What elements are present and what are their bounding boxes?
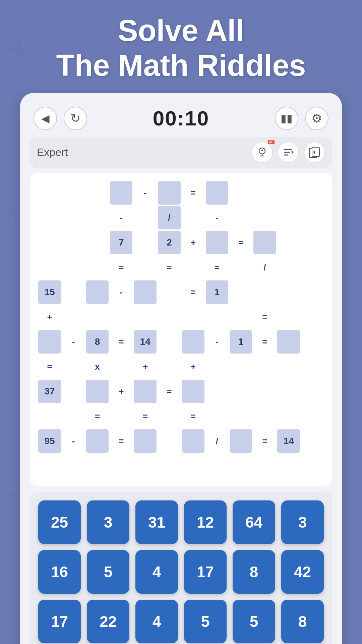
- number-pad-button[interactable]: 3: [87, 500, 129, 544]
- grid-cell: [182, 206, 204, 229]
- grid-cell[interactable]: [206, 181, 228, 205]
- grid-cell: [158, 305, 180, 329]
- number-pad-button[interactable]: 5: [233, 600, 275, 643]
- toolbar-actions: AD AD 4: [251, 142, 325, 163]
- grid-cell: =: [253, 429, 276, 453]
- number-pad-button[interactable]: 5: [184, 600, 227, 643]
- grid-cell[interactable]: [277, 330, 300, 354]
- number-pad-button[interactable]: 22: [87, 600, 129, 643]
- grid-cell: =: [158, 256, 180, 279]
- grid-cell: -: [62, 330, 85, 354]
- grid-cell: [253, 181, 276, 205]
- header-right: ▮▮ ⚙: [275, 107, 328, 130]
- number-pad-button[interactable]: 31: [135, 500, 178, 544]
- grid-cell: =: [110, 256, 132, 279]
- grid-cell: 95: [38, 429, 61, 453]
- grid-cell: [158, 330, 180, 354]
- grid-cell: [301, 429, 324, 453]
- grid-cell: [301, 355, 324, 378]
- number-pad-button[interactable]: 16: [38, 550, 81, 594]
- number-pad-button[interactable]: 12: [184, 500, 227, 544]
- grid-cell: [230, 405, 252, 428]
- grid-cell[interactable]: [253, 231, 276, 254]
- grid-cell: [230, 206, 252, 229]
- grid-cell: x: [86, 355, 109, 378]
- grid-cell[interactable]: [86, 380, 109, 403]
- number-pad-button[interactable]: 64: [233, 500, 275, 544]
- grid-cell: [230, 380, 252, 403]
- grid-cell: [230, 181, 252, 205]
- grid-cell[interactable]: [230, 429, 252, 453]
- grid-cell[interactable]: [206, 231, 228, 254]
- grid-cell: [253, 206, 276, 229]
- grid-cell: 8: [86, 330, 109, 354]
- grid-cell: =: [158, 380, 180, 403]
- grid-cell: [277, 305, 300, 329]
- grid-cell: [301, 280, 324, 304]
- hint-button[interactable]: AD: [251, 142, 273, 163]
- number-pad-button[interactable]: 3: [281, 500, 324, 544]
- grid-cell: -: [110, 280, 132, 304]
- grid-cell[interactable]: [38, 330, 61, 354]
- refresh-button[interactable]: ↻: [64, 107, 87, 130]
- sort-button[interactable]: [278, 142, 299, 163]
- grid-cell: [206, 305, 228, 329]
- grid-cell: [277, 231, 300, 254]
- refresh-icon: ↻: [70, 111, 80, 125]
- number-pad-button[interactable]: 17: [38, 600, 81, 643]
- grid-cell: [277, 280, 300, 304]
- number-pad-button[interactable]: 8: [281, 600, 324, 643]
- number-pad-button[interactable]: 8: [233, 550, 275, 594]
- grid-cell: [38, 206, 61, 229]
- grid-cell: [134, 454, 157, 478]
- grid-cell: [206, 405, 228, 428]
- grid-cell: [38, 181, 61, 205]
- grid-cell: /: [253, 256, 276, 279]
- grid-cell: -: [62, 429, 85, 453]
- number-pad-button[interactable]: 42: [281, 550, 324, 594]
- grid-cell: [301, 405, 324, 428]
- grid-cell[interactable]: [86, 429, 109, 453]
- grid-cell: [253, 355, 276, 378]
- grid-cell: [253, 280, 276, 304]
- number-pad-button[interactable]: 5: [87, 550, 129, 594]
- grid-cell: [62, 206, 85, 229]
- ad-badge: AD: [268, 140, 275, 144]
- number-pad-button[interactable]: 25: [38, 500, 81, 544]
- grid-cell: [182, 256, 204, 279]
- grid-cell: =: [38, 355, 61, 378]
- number-pad-button[interactable]: 4: [135, 550, 178, 594]
- grid-cell: [86, 206, 109, 229]
- pause-icon: ▮▮: [281, 112, 293, 125]
- pause-button[interactable]: ▮▮: [275, 107, 298, 130]
- card-button[interactable]: 4: [304, 142, 325, 163]
- svg-text:AD: AD: [265, 147, 267, 150]
- title-line2: The Math Riddles: [20, 48, 342, 83]
- grid-cell: [134, 305, 157, 329]
- grid-cell[interactable]: /: [158, 206, 180, 229]
- back-button[interactable]: ◀: [34, 107, 57, 130]
- grid-cell[interactable]: [134, 380, 157, 403]
- grid-cell[interactable]: [182, 429, 204, 453]
- number-pad-button[interactable]: 17: [184, 550, 227, 594]
- grid-cell[interactable]: [134, 280, 157, 304]
- grid-cell: [62, 280, 85, 304]
- grid-cell: [134, 231, 157, 254]
- grid-cell: [38, 231, 61, 254]
- number-pad-button[interactable]: 4: [135, 600, 178, 643]
- settings-button[interactable]: ⚙: [305, 107, 328, 130]
- svg-point-3: [261, 150, 263, 151]
- grid-cell[interactable]: [158, 181, 180, 205]
- grid-cell: [301, 380, 324, 403]
- puzzle-area: -=-/-72+====/15-=1+=-8=14-1==x++37+====9…: [30, 173, 332, 486]
- grid-cell: [110, 405, 132, 428]
- grid-cell: [277, 380, 300, 403]
- grid-cell: +: [110, 380, 132, 403]
- grid-cell[interactable]: [134, 429, 157, 453]
- grid-cell: [206, 355, 228, 378]
- grid-cell[interactable]: [86, 280, 109, 304]
- grid-cell[interactable]: [182, 380, 204, 403]
- grid-cell[interactable]: [110, 181, 132, 205]
- grid-cell[interactable]: [182, 330, 204, 354]
- grid-cell: [230, 454, 252, 478]
